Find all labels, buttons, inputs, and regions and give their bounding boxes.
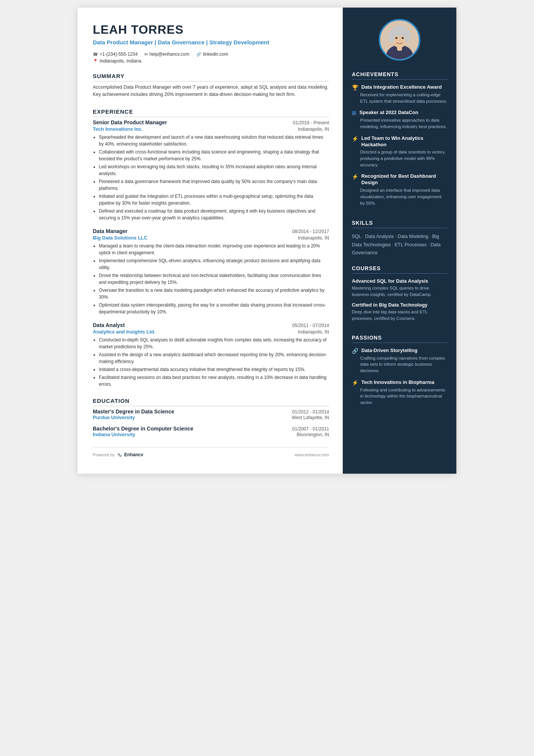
svg-point-8 — [402, 37, 404, 39]
job-2: Data Manager 08/2014 - 12/2017 Big Data … — [93, 228, 329, 315]
achievement-2: ⊞ Speaker at 2022 DataCon Presented inno… — [352, 110, 447, 130]
linkedin-value: linkedin.com — [203, 52, 228, 57]
resume-footer: Powered by ∿ Enhancv www.enhancv.com — [93, 447, 329, 459]
achievement-4-header: ⚡ Recognized for Best Dashboard Design — [352, 173, 447, 186]
list-item: Led workshops on leveraging big data tec… — [99, 163, 329, 177]
skills-text: SQL · Data Analysis · Data Modeling · Bi… — [352, 233, 447, 257]
passion-1-header: 🔗 Data-Driven Storytelling — [352, 347, 447, 354]
achievement-3-title: Led Team to Win Analytics Hackathon — [361, 135, 447, 148]
right-column: ACHIEVEMENTS 🏆 Data Integration Excellen… — [343, 8, 456, 474]
passion-1: 🔗 Data-Driven Storytelling Crafting comp… — [352, 347, 447, 374]
svg-point-6 — [404, 30, 411, 42]
edu-1-location: West Lafayette, IN — [292, 415, 329, 420]
edu-2-school: Indiana University — [93, 432, 135, 437]
achievement-1: 🏆 Data Integration Excellence Award Rece… — [352, 84, 447, 104]
email-icon: ✉ — [144, 52, 148, 57]
skills-title: SKILLS — [352, 220, 447, 228]
edu-1-degree: Master's Degree in Data Science — [93, 409, 174, 415]
achievement-1-desc: Received for implementing a cutting-edge… — [352, 92, 447, 104]
list-item: Pioneered a data governance framework th… — [99, 178, 329, 192]
passion-2-header: ⚡ Tech Innovations in Biopharma — [352, 379, 447, 386]
phone-value: +1-(234)-555-1234 — [100, 52, 137, 57]
location-icon: 📍 — [93, 59, 98, 64]
passion-2-desc: Following and contributing to advancemen… — [352, 387, 447, 406]
avatar-image — [380, 20, 419, 59]
edu-2-dates: 01/2007 - 01/2011 — [292, 426, 329, 432]
course-2: Certified in Big Data Technology Deep di… — [352, 302, 447, 321]
linkedin-icon: 🔗 — [196, 52, 201, 57]
trophy-icon: 🏆 — [352, 85, 358, 91]
achievement-1-header: 🏆 Data Integration Excellence Award — [352, 84, 447, 91]
resume-container: LEAH TORRES Data Product Manager | Data … — [78, 8, 456, 474]
passion-1-desc: Crafting compelling narratives from comp… — [352, 355, 447, 374]
email-contact: ✉ help@enhancv.com — [144, 52, 189, 57]
list-item: Implemented comprehensive SQL-driven ana… — [99, 257, 329, 271]
edu-2-school-row: Indiana University Bloomington, IN — [93, 432, 329, 437]
job-1-location: Indianapolis, IN — [298, 127, 329, 132]
passion-2: ⚡ Tech Innovations in Biopharma Followin… — [352, 379, 447, 406]
list-item: Collaborated with cross-functional teams… — [99, 149, 329, 162]
job-1: Senior Data Product Manager 01/2018 - Pr… — [93, 119, 329, 221]
contact-row-2: 📍 Indianapolis, Indiana — [93, 58, 329, 64]
phone-icon: ☎ — [93, 52, 98, 57]
edu-2-degree: Bachelor's Degree in Computer Science — [93, 426, 194, 432]
job-2-company-row: Big Data Solutions LLC Indianapolis, IN — [93, 235, 329, 241]
svg-point-7 — [395, 37, 398, 39]
svg-point-5 — [389, 30, 395, 42]
edu-1-header: Master's Degree in Data Science 01/2012 … — [93, 409, 329, 415]
list-item: Managed a team to revamp the client-data… — [99, 243, 329, 256]
achievement-4-desc: Designed an interface that improved data… — [352, 187, 447, 206]
job-1-bullets: Spearheaded the development and launch o… — [93, 134, 329, 221]
summary-title: SUMMARY — [93, 73, 329, 81]
course-1-desc: Mastering complex SQL queries to drive b… — [352, 285, 447, 297]
list-item: Initiated a cross-departmental data accu… — [99, 366, 329, 373]
course-1: Advanced SQL for Data Analysis Mastering… — [352, 278, 447, 297]
job-3-company: Analytics and Insights Ltd. — [93, 329, 155, 335]
powered-by-label: Powered by — [93, 452, 115, 457]
list-item: Defined and executed a roadmap for data … — [99, 208, 329, 221]
list-item: Spearheaded the development and launch o… — [99, 134, 329, 147]
lightning-icon-2: ⚡ — [352, 174, 358, 180]
header-section: LEAH TORRES Data Product Manager | Data … — [93, 23, 329, 64]
achievement-1-title: Data Integration Excellence Award — [361, 84, 442, 91]
job-2-dates: 08/2014 - 12/2017 — [292, 229, 329, 234]
edu-2-location: Bloomington, IN — [297, 432, 329, 437]
job-2-bullets: Managed a team to revamp the client-data… — [93, 243, 329, 315]
achievement-3: ⚡ Led Team to Win Analytics Hackathon Di… — [352, 135, 447, 168]
footer-logo: Powered by ∿ Enhancv — [93, 451, 143, 459]
passions-title: PASSIONS — [352, 335, 447, 343]
job-3-location: Indianapolis, IN — [298, 329, 329, 335]
job-2-header: Data Manager 08/2014 - 12/2017 — [93, 228, 329, 234]
skills-section: SKILLS SQL · Data Analysis · Data Modeli… — [352, 220, 447, 257]
list-item: Oversaw the transition to a new data mod… — [99, 287, 329, 301]
job-3-title: Data Analyst — [93, 322, 125, 328]
list-item: Facilitated training sessions on data be… — [99, 374, 329, 388]
list-item: Conducted in-depth SQL analyses to disti… — [99, 337, 329, 350]
candidate-title: Data Product Manager | Data Governance |… — [93, 38, 329, 46]
linkedin-contact: 🔗 linkedin.com — [196, 52, 228, 57]
education-section: EDUCATION Master's Degree in Data Scienc… — [93, 398, 329, 437]
job-2-title: Data Manager — [93, 228, 128, 234]
brand-name: Enhancv — [124, 452, 143, 457]
job-2-location: Indianapolis, IN — [298, 235, 329, 241]
course-2-desc: Deep dive into big data stacks and ETL p… — [352, 309, 447, 321]
left-column: LEAH TORRES Data Product Manager | Data … — [78, 8, 343, 474]
passions-section: PASSIONS 🔗 Data-Driven Storytelling Craf… — [352, 335, 447, 411]
job-3-company-row: Analytics and Insights Ltd. Indianapolis… — [93, 329, 329, 335]
experience-title: EXPERIENCE — [93, 108, 329, 117]
courses-title: COURSES — [352, 265, 447, 274]
list-item: Initiated and guided the integration of … — [99, 193, 329, 207]
job-3-header: Data Analyst 05/2011 - 07/2014 — [93, 322, 329, 328]
passion-2-title: Tech Innovations in Biopharma — [361, 379, 434, 386]
enhancv-logo-icon: ∿ — [117, 451, 122, 459]
data-storytelling-icon: 🔗 — [352, 348, 358, 354]
job-1-company-row: Tech Innovations Inc. Indianapolis, IN — [93, 126, 329, 132]
location-value: Indianapolis, Indiana — [100, 58, 141, 64]
candidate-name: LEAH TORRES — [93, 23, 329, 37]
job-1-company: Tech Innovations Inc. — [93, 126, 143, 132]
job-3-dates: 05/2011 - 07/2014 — [292, 323, 329, 328]
edu-2-header: Bachelor's Degree in Computer Science 01… — [93, 426, 329, 432]
achievement-4: ⚡ Recognized for Best Dashboard Design D… — [352, 173, 447, 206]
job-3: Data Analyst 05/2011 - 07/2014 Analytics… — [93, 322, 329, 388]
edu-2: Bachelor's Degree in Computer Science 01… — [93, 426, 329, 437]
